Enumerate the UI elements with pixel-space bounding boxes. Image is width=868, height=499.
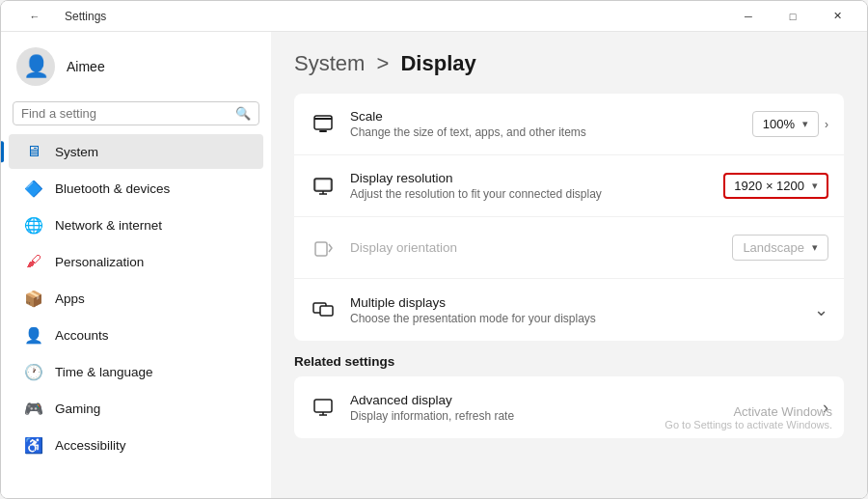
main-layout: 👤 Aimee 🔍 🖥 System 🔷 Bluetooth & devices… bbox=[1, 32, 867, 498]
svg-rect-9 bbox=[320, 306, 333, 316]
scale-chevron-right: › bbox=[825, 118, 828, 131]
main-settings-card: Scale Change the size of text, apps, and… bbox=[294, 94, 844, 341]
maximize-button[interactable]: □ bbox=[771, 1, 815, 32]
display-resolution-info: Display resolution Adjust the resolution… bbox=[350, 171, 710, 201]
sidebar-item-time[interactable]: 🕐 Time & language bbox=[9, 354, 263, 389]
sidebar-item-gaming[interactable]: 🎮 Gaming bbox=[9, 391, 263, 426]
sidebar-item-personalization[interactable]: 🖌 Personalization bbox=[9, 244, 263, 279]
scale-icon bbox=[310, 111, 337, 138]
bluetooth-icon: 🔷 bbox=[24, 179, 43, 198]
display-resolution-chevron: ▾ bbox=[812, 180, 818, 192]
titlebar-controls: ─ □ ✕ bbox=[726, 1, 859, 32]
display-orientation-control[interactable]: Landscape ▾ bbox=[732, 235, 828, 261]
sidebar-item-network-label: Network & internet bbox=[55, 218, 162, 233]
gaming-icon: 🎮 bbox=[24, 399, 43, 418]
scale-info: Scale Change the size of text, apps, and… bbox=[350, 109, 739, 139]
sidebar-item-accounts[interactable]: 👤 Accounts bbox=[9, 318, 263, 352]
multiple-displays-control[interactable]: ⌄ bbox=[814, 299, 828, 320]
multiple-displays-chevron-down: ⌄ bbox=[814, 299, 828, 320]
sidebar-item-personalization-label: Personalization bbox=[55, 255, 144, 269]
accessibility-icon: ♿ bbox=[24, 435, 43, 455]
network-icon: 🌐 bbox=[24, 215, 43, 235]
content-area: System > Display bbox=[271, 32, 867, 498]
close-button[interactable]: ✕ bbox=[815, 1, 859, 32]
sidebar-item-system-label: System bbox=[55, 145, 98, 159]
search-icon: 🔍 bbox=[235, 106, 251, 121]
activate-line1: Activate Windows bbox=[665, 404, 832, 419]
breadcrumb-separator: > bbox=[376, 51, 389, 75]
system-icon: 🖥 bbox=[24, 142, 43, 161]
breadcrumb: System > Display bbox=[294, 51, 844, 76]
accounts-icon: 👤 bbox=[24, 325, 43, 345]
avatar: 👤 bbox=[16, 47, 55, 86]
svg-rect-2 bbox=[319, 130, 327, 132]
time-icon: 🕐 bbox=[24, 362, 43, 381]
scale-row: Scale Change the size of text, apps, and… bbox=[294, 94, 844, 155]
display-resolution-value: 1920 × 1200 bbox=[734, 179, 804, 193]
svg-rect-4 bbox=[315, 180, 331, 190]
sidebar-item-system[interactable]: 🖥 System bbox=[9, 134, 263, 169]
back-button[interactable]: ← bbox=[13, 1, 57, 32]
display-orientation-dropdown[interactable]: Landscape ▾ bbox=[732, 235, 828, 261]
content-wrapper: System > Display bbox=[294, 51, 844, 438]
sidebar-item-accessibility-label: Accessibility bbox=[55, 438, 126, 453]
display-resolution-desc: Adjust the resolution to fit your connec… bbox=[350, 187, 710, 201]
close-icon: ✕ bbox=[833, 10, 842, 22]
scale-dropdown[interactable]: 100% ▾ bbox=[752, 111, 819, 137]
avatar-icon: 👤 bbox=[23, 54, 49, 79]
related-settings-title: Related settings bbox=[294, 354, 844, 369]
display-orientation-row: Display orientation Landscape ▾ bbox=[294, 217, 844, 279]
sidebar-item-apps[interactable]: 📦 Apps bbox=[9, 281, 263, 316]
activate-line2: Go to Settings to activate Windows. bbox=[665, 419, 832, 430]
search-input[interactable] bbox=[21, 106, 235, 121]
multiple-displays-icon bbox=[310, 296, 337, 323]
multiple-displays-desc: Choose the presentation mode for your di… bbox=[350, 312, 800, 325]
minimize-button[interactable]: ─ bbox=[726, 1, 771, 32]
user-section: 👤 Aimee bbox=[1, 32, 271, 97]
personalization-icon: 🖌 bbox=[24, 252, 43, 271]
display-resolution-dropdown[interactable]: 1920 × 1200 ▾ bbox=[723, 173, 828, 199]
back-icon: ← bbox=[30, 11, 41, 22]
sidebar-item-apps-label: Apps bbox=[55, 291, 85, 306]
sidebar-item-bluetooth[interactable]: 🔷 Bluetooth & devices bbox=[9, 171, 263, 206]
scale-chevron-down: ▾ bbox=[802, 118, 808, 130]
svg-rect-7 bbox=[315, 242, 327, 256]
scale-title: Scale bbox=[350, 109, 739, 124]
display-orientation-info: Display orientation bbox=[350, 240, 719, 255]
activate-watermark: Activate Windows Go to Settings to activ… bbox=[665, 404, 832, 430]
scale-desc: Change the size of text, apps, and other… bbox=[350, 125, 739, 139]
scale-control[interactable]: 100% ▾ › bbox=[752, 111, 828, 137]
breadcrumb-current: Display bbox=[400, 51, 475, 75]
scale-value: 100% bbox=[763, 117, 795, 131]
display-orientation-icon bbox=[310, 235, 337, 262]
advanced-display-icon bbox=[310, 394, 337, 421]
display-orientation-value: Landscape bbox=[743, 240, 804, 255]
titlebar-left: ← Settings bbox=[13, 1, 106, 32]
svg-rect-3 bbox=[314, 179, 332, 191]
sidebar-item-bluetooth-label: Bluetooth & devices bbox=[55, 181, 170, 196]
sidebar-item-accounts-label: Accounts bbox=[55, 328, 109, 343]
display-orientation-title: Display orientation bbox=[350, 240, 719, 255]
display-orientation-chevron: ▾ bbox=[812, 241, 818, 254]
multiple-displays-title: Multiple displays bbox=[350, 295, 800, 310]
svg-rect-1 bbox=[314, 118, 332, 120]
titlebar: ← Settings ─ □ ✕ bbox=[1, 1, 867, 32]
display-resolution-control[interactable]: 1920 × 1200 ▾ bbox=[723, 173, 828, 199]
maximize-icon: □ bbox=[790, 11, 797, 22]
minimize-icon: ─ bbox=[745, 11, 752, 22]
display-resolution-icon bbox=[310, 173, 337, 200]
svg-rect-10 bbox=[314, 400, 332, 412]
multiple-displays-row[interactable]: Multiple displays Choose the presentatio… bbox=[294, 279, 844, 341]
sidebar-item-accessibility[interactable]: ♿ Accessibility bbox=[9, 428, 263, 462]
breadcrumb-parent: System bbox=[294, 51, 365, 75]
titlebar-title: Settings bbox=[65, 10, 106, 23]
apps-icon: 📦 bbox=[24, 289, 43, 308]
sidebar: 👤 Aimee 🔍 🖥 System 🔷 Bluetooth & devices… bbox=[1, 32, 271, 498]
sidebar-item-network[interactable]: 🌐 Network & internet bbox=[9, 208, 263, 242]
multiple-displays-info: Multiple displays Choose the presentatio… bbox=[350, 295, 800, 325]
sidebar-item-gaming-label: Gaming bbox=[55, 402, 100, 416]
search-box[interactable]: 🔍 bbox=[13, 101, 259, 125]
sidebar-item-time-label: Time & language bbox=[55, 365, 153, 379]
display-resolution-title: Display resolution bbox=[350, 171, 710, 185]
username: Aimee bbox=[67, 59, 105, 74]
